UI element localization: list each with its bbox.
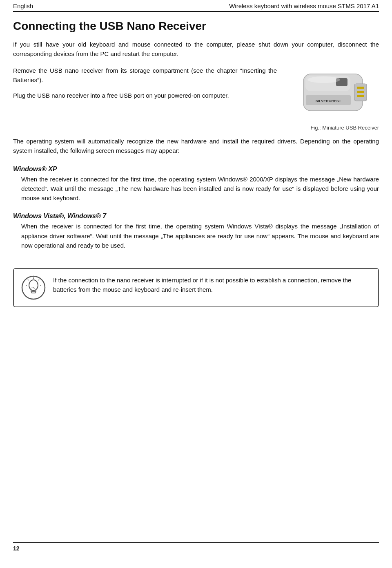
svg-point-9 [307, 76, 340, 83]
usb-image-area: SILVERCREST Fig.: Miniature USB Receiver [285, 66, 379, 131]
remove-paragraph: Remove the USB nano receiver from its st… [13, 66, 277, 85]
two-col-text: Remove the USB nano receiver from its st… [13, 66, 285, 100]
os-paragraph: The operating system will automatically … [13, 136, 379, 156]
notice-text: If the connection to the nano receiver i… [53, 275, 371, 295]
page: English Wireless keyboard with wireless … [0, 0, 392, 568]
svg-line-17 [28, 280, 29, 280]
main-title: Connecting the USB Nano Receiver [13, 19, 379, 33]
windows-xp-header: Windows® XP [13, 165, 379, 173]
windows-xp-label: Windows® XP [13, 165, 57, 172]
svg-rect-13 [31, 292, 36, 293]
lightbulb-icon [21, 275, 46, 300]
windows-xp-body: When the receiver is connected for the f… [13, 174, 379, 203]
notice-box: If the connection to the nano receiver i… [13, 268, 379, 307]
windows-vista-body: When the receiver is connected for the f… [13, 221, 379, 250]
page-number: 12 [13, 545, 20, 552]
header-language: English [13, 2, 33, 9]
svg-rect-6 [357, 87, 364, 89]
windows-vista-header: Windows Vista®, Windows® 7 [13, 212, 379, 220]
plug-paragraph: Plug the USB nano receiver into a free U… [13, 91, 277, 100]
svg-point-11 [29, 280, 38, 291]
svg-rect-7 [357, 91, 364, 93]
svg-rect-8 [357, 95, 364, 97]
svg-text:SILVERCREST: SILVERCREST [316, 99, 341, 103]
two-col-section: Remove the USB nano receiver from its st… [13, 66, 379, 131]
fig-caption: Fig.: Miniature USB Receiver [285, 125, 379, 131]
header-title: Wireless keyboard with wireless mouse ST… [229, 2, 379, 9]
spacer1 [13, 131, 379, 136]
usb-receiver-image: SILVERCREST [291, 66, 373, 123]
windows-vista-label: Windows Vista®, Windows® 7 [13, 212, 106, 219]
header: English Wireless keyboard with wireless … [13, 0, 379, 12]
footer: 12 [13, 542, 379, 552]
svg-line-15 [38, 280, 39, 280]
intro-paragraph: If you still have your old keyboard and … [13, 40, 379, 59]
